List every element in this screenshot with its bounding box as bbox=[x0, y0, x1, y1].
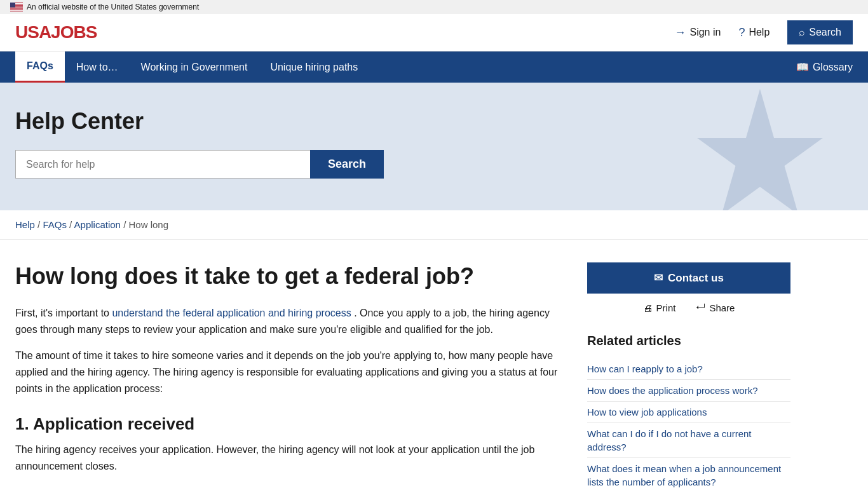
sign-in-label: Sign in bbox=[689, 27, 721, 38]
search-icon: ⌕ bbox=[799, 27, 805, 38]
breadcrumb-help[interactable]: Help bbox=[15, 219, 35, 230]
nav-item-unique-hiring[interactable]: Unique hiring paths bbox=[259, 53, 369, 82]
search-header-button[interactable]: ⌕ Search bbox=[787, 20, 853, 44]
share-label: Share bbox=[709, 302, 735, 313]
print-button[interactable]: 🖨 Print bbox=[643, 302, 676, 313]
hero-watermark bbox=[690, 89, 830, 210]
nav-item-howto[interactable]: How to… bbox=[65, 53, 130, 82]
site-header: USAJOBS → Sign in ? Help ⌕ Search bbox=[0, 14, 868, 51]
content-wrapper: How long does it take to get a federal j… bbox=[0, 240, 868, 488]
article-section1-text: The hiring agency receives your applicat… bbox=[15, 442, 562, 474]
help-label: Help bbox=[749, 27, 770, 38]
svg-rect-7 bbox=[10, 8, 23, 8]
contact-us-button[interactable]: ✉ Contact us bbox=[587, 262, 790, 294]
svg-rect-9 bbox=[10, 9, 23, 10]
svg-marker-14 bbox=[697, 89, 823, 210]
related-article-3[interactable]: What can I do if I do not have a current… bbox=[587, 423, 790, 458]
search-header-label: Search bbox=[809, 27, 841, 38]
article-content: How long does it take to get a federal j… bbox=[15, 262, 562, 488]
sign-in-button[interactable]: → Sign in bbox=[674, 26, 721, 39]
envelope-icon: ✉ bbox=[654, 271, 663, 285]
gov-banner: An official website of the United States… bbox=[0, 0, 868, 14]
related-articles-title: Related articles bbox=[587, 334, 790, 348]
site-logo[interactable]: USAJOBS bbox=[15, 22, 97, 43]
nav-item-faqs[interactable]: FAQs bbox=[15, 51, 65, 83]
share-button[interactable]: ⮠ Share bbox=[696, 302, 735, 313]
breadcrumb-current: How long bbox=[128, 219, 168, 230]
help-button[interactable]: ? Help bbox=[738, 26, 770, 39]
gov-banner-text: An official website of the United States… bbox=[27, 3, 199, 11]
main-nav: FAQs How to… Working in Government Uniqu… bbox=[0, 51, 868, 83]
svg-rect-13 bbox=[10, 3, 15, 8]
breadcrumb: Help / FAQs / Application / How long bbox=[0, 210, 868, 240]
share-icon: ⮠ bbox=[696, 302, 705, 313]
help-icon: ? bbox=[738, 26, 745, 39]
related-article-2[interactable]: How to view job applications bbox=[587, 402, 790, 423]
article-intro: First, it's important to understand the … bbox=[15, 305, 562, 337]
sidebar: ✉ Contact us 🖨 Print ⮠ Share Related art… bbox=[587, 262, 790, 488]
print-label: Print bbox=[656, 302, 676, 313]
help-hero: Help Center Search bbox=[0, 83, 868, 210]
svg-rect-11 bbox=[10, 10, 23, 11]
related-article-1[interactable]: How does the application process work? bbox=[587, 380, 790, 402]
search-bar: Search bbox=[15, 150, 384, 179]
glossary-label: Glossary bbox=[813, 62, 853, 73]
svg-rect-10 bbox=[10, 10, 23, 10]
search-input[interactable] bbox=[15, 150, 310, 179]
article-intro-link[interactable]: understand the federal application and h… bbox=[112, 308, 351, 318]
glossary-button[interactable]: 📖 Glossary bbox=[796, 61, 853, 73]
related-articles: Related articles How can I reapply to a … bbox=[587, 334, 790, 488]
article-intro-text1: First, it's important to bbox=[15, 308, 112, 318]
sign-in-icon: → bbox=[674, 26, 686, 39]
article-body-p1: The amount of time it takes to hire some… bbox=[15, 348, 562, 396]
breadcrumb-application[interactable]: Application bbox=[74, 219, 121, 230]
breadcrumb-faqs[interactable]: FAQs bbox=[43, 219, 67, 230]
svg-rect-12 bbox=[10, 11, 23, 11]
us-flag-icon bbox=[10, 3, 23, 11]
print-icon: 🖨 bbox=[643, 302, 653, 313]
header-actions: → Sign in ? Help ⌕ Search bbox=[674, 20, 853, 44]
sidebar-actions: 🖨 Print ⮠ Share bbox=[587, 302, 790, 313]
search-button[interactable]: Search bbox=[310, 150, 384, 179]
article-title: How long does it take to get a federal j… bbox=[15, 262, 562, 290]
article-section1-title: 1. Application received bbox=[15, 414, 562, 434]
related-article-4[interactable]: What does it mean when a job announcemen… bbox=[587, 458, 790, 488]
glossary-icon: 📖 bbox=[796, 61, 809, 73]
related-article-0[interactable]: How can I reapply to a job? bbox=[587, 358, 790, 380]
nav-item-working-government[interactable]: Working in Government bbox=[130, 53, 259, 82]
svg-rect-8 bbox=[10, 8, 23, 9]
contact-us-label: Contact us bbox=[668, 272, 724, 285]
